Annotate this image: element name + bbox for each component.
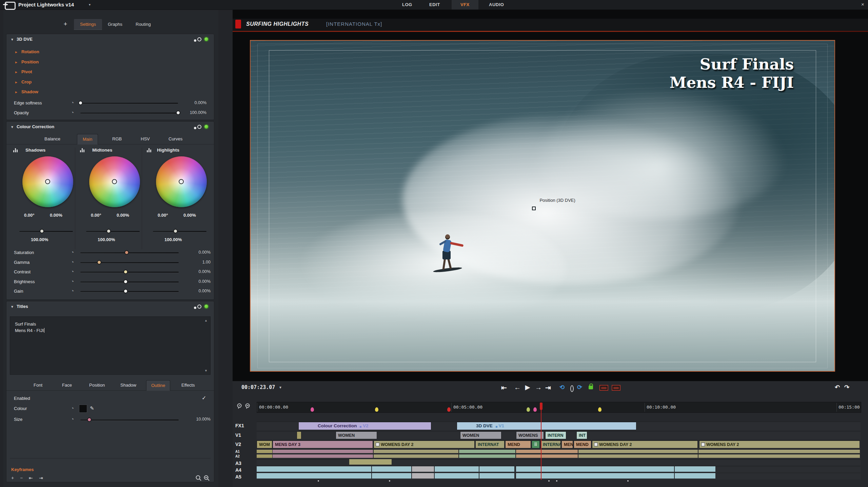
audio-segment[interactable]	[257, 473, 372, 479]
cc-tab-main[interactable]: Main	[77, 134, 98, 144]
go-to-end-button[interactable]: ⇥	[545, 384, 551, 392]
loop-play-icon[interactable]: ⟲	[559, 384, 565, 391]
wheel-luma-slider[interactable]	[19, 231, 73, 232]
title-text-input[interactable]: Surf Finals Mens R4 - FIJI ▲ ▼	[10, 316, 211, 375]
zoom-out-icon[interactable]	[204, 475, 210, 481]
video-preview[interactable]: Surf Finals Mens R4 - FIJI Position (3D …	[250, 40, 835, 372]
titles-section-header[interactable]: ▼Titles	[11, 304, 28, 309]
dve-section-header[interactable]: ▼3D DVE	[11, 37, 33, 42]
param-slider-knob[interactable]	[78, 101, 83, 105]
audio-segment[interactable]	[516, 450, 578, 453]
histogram-icon[interactable]	[13, 148, 19, 152]
cc-tab-hsv[interactable]: HSV	[135, 134, 155, 144]
close-icon[interactable]: ×	[861, 1, 864, 7]
wheel-luma-slider[interactable]	[153, 231, 206, 232]
reset-icon[interactable]: ◔	[71, 249, 74, 255]
audio-segment[interactable]	[435, 466, 479, 472]
keyframe-dot[interactable]	[548, 480, 550, 482]
track-label-a2[interactable]: A2	[235, 454, 240, 458]
reset-icon[interactable]: ◔	[71, 269, 74, 274]
audio-segment[interactable]	[459, 450, 516, 453]
track-label-a3[interactable]: A3	[235, 461, 241, 466]
timeline-clip[interactable]: INTERNAT	[475, 441, 505, 448]
timeline-ruler[interactable]: 00:00:00.0000:05:00.0000:10:00.0000:15:0…	[257, 402, 861, 413]
go-to-start-button[interactable]: ⇤	[501, 384, 507, 392]
colour-wheel-handle[interactable]	[45, 179, 50, 184]
titles-tab-face[interactable]: Face	[57, 380, 77, 390]
audio-segment[interactable]	[516, 473, 674, 479]
timeline-clip[interactable]: INTERN	[545, 431, 566, 439]
position-handle[interactable]	[532, 207, 536, 210]
timeline-marker[interactable]	[598, 407, 601, 412]
param-slider-knob[interactable]	[123, 270, 128, 274]
routing-nodes-icon[interactable]	[194, 125, 201, 130]
timeline-clip[interactable]: WOMEN	[336, 431, 377, 439]
audio-segment[interactable]	[374, 450, 459, 453]
dve-item-shadow[interactable]: ►Shadow	[15, 89, 38, 94]
param-slider[interactable]	[80, 103, 178, 104]
track-label-fx1[interactable]: FX1	[235, 423, 244, 428]
keyframe-button-3[interactable]: ⇥	[39, 475, 43, 481]
reset-icon[interactable]: ◔	[71, 405, 74, 411]
timeline-clip[interactable]: WOMENS	[516, 431, 544, 439]
timeline-marker[interactable]	[375, 407, 378, 412]
keyframe-button-0[interactable]: +	[11, 475, 14, 481]
param-slider-knob[interactable]	[123, 289, 128, 293]
audio-segment[interactable]	[479, 473, 515, 479]
panel-tab-settings[interactable]: Settings	[74, 19, 102, 30]
keyframe-dot[interactable]	[318, 480, 319, 482]
sequence-tab[interactable]: SURFING HIGHLIGHTS	[246, 21, 309, 27]
timeline-marker[interactable]	[447, 407, 451, 412]
cc-section-header[interactable]: ▼Colour Correction	[11, 124, 54, 129]
track-label-v2[interactable]: V2	[235, 442, 241, 447]
track-label-a4[interactable]: A4	[235, 467, 241, 473]
timeline-clip[interactable]: WOMEN	[460, 431, 501, 439]
pencil-icon[interactable]: ✎	[90, 405, 94, 411]
audio-segment[interactable]	[412, 473, 434, 479]
titles-tab-font[interactable]: Font	[29, 380, 47, 390]
project-title-caret[interactable]: ▾	[89, 3, 91, 6]
timeline-zoom-out-icon[interactable]	[245, 403, 251, 409]
audio-segment[interactable]	[273, 454, 373, 458]
lock-icon[interactable]	[589, 386, 593, 389]
reset-icon[interactable]: ◔	[71, 278, 74, 284]
audio-segment[interactable]	[435, 473, 479, 479]
param-slider-knob[interactable]	[97, 260, 101, 265]
wheel-luma-knob[interactable]	[106, 229, 111, 233]
audio-segment[interactable]	[698, 450, 860, 453]
scroll-up-icon[interactable]: ▲	[204, 319, 208, 322]
timeline-clip[interactable]: INT	[576, 431, 587, 439]
timeline-clip[interactable]: 3D DVE V1	[457, 422, 636, 430]
reset-icon[interactable]: ◔	[71, 100, 74, 105]
param-slider[interactable]	[80, 291, 179, 292]
timeline-marker[interactable]	[527, 407, 530, 412]
titles-tab-outline[interactable]: Outline	[146, 380, 170, 391]
wheel-luma-knob[interactable]	[40, 229, 44, 233]
audio-segment[interactable]	[459, 454, 516, 458]
timecode-caret-icon[interactable]: ▼	[279, 386, 282, 389]
reset-icon[interactable]: ◔	[71, 416, 74, 422]
param-slider-knob[interactable]	[123, 279, 128, 284]
audio-segment[interactable]	[479, 466, 515, 472]
keyframe-dot[interactable]	[556, 480, 557, 482]
enabled-checkbox[interactable]: ✓	[202, 395, 206, 401]
audio-segment[interactable]	[516, 454, 578, 458]
timeline-marker[interactable]	[533, 407, 537, 412]
keyframe-dot[interactable]	[627, 480, 629, 482]
audio-segment[interactable]	[372, 466, 412, 472]
cc-tab-balance[interactable]: Balance	[39, 134, 66, 144]
audio-segment[interactable]	[372, 473, 412, 479]
enabled-led[interactable]	[204, 305, 208, 308]
top-tab-vfx[interactable]: VFX	[452, 0, 478, 9]
size-slider-knob[interactable]	[87, 417, 92, 422]
timeline-clip[interactable]: INTERNA	[540, 441, 561, 448]
outline-colour-swatch[interactable]	[79, 405, 87, 413]
param-slider[interactable]	[80, 262, 179, 263]
dve-item-crop[interactable]: ►Crop	[15, 79, 32, 84]
audio-segment[interactable]	[273, 450, 373, 453]
timeline-clip[interactable]: MEND	[505, 441, 531, 448]
audio-segment[interactable]	[675, 466, 716, 472]
keyframe-button-2[interactable]: ⇤	[29, 475, 33, 481]
timeline-clip[interactable]: WOMENS DAY 2	[699, 441, 860, 448]
cc-tab-curves[interactable]: Curves	[163, 134, 188, 144]
